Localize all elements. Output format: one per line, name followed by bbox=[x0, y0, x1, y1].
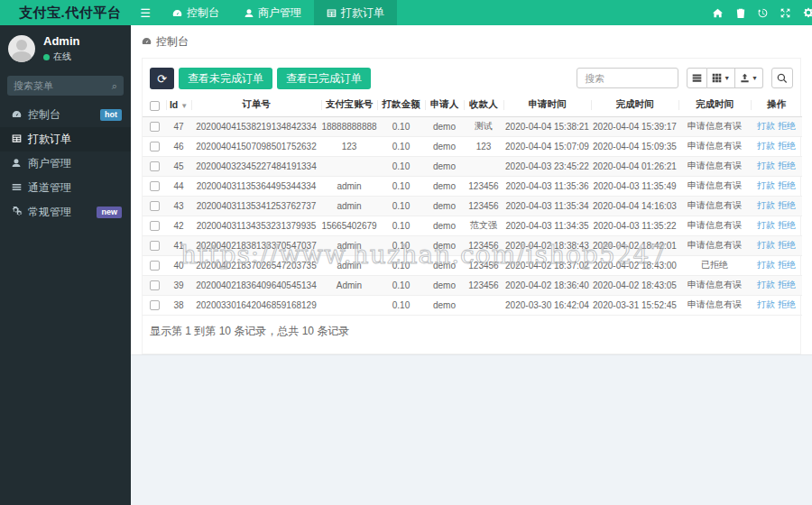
orders-table: Id ▼订单号支付宝账号打款金额申请人收款人申请时间完成时间完成时间操作 472… bbox=[143, 94, 802, 316]
sidebar-search[interactable]: ⌕ bbox=[7, 76, 124, 96]
view-unfinished-button[interactable]: 查看未完成订单 bbox=[179, 68, 272, 89]
app: 支付宝.代付平台 ☰ 控制台商户管理打款订单 Admin 在线 ⌕ 控制台hot… bbox=[0, 0, 812, 505]
sidebar-toggle-icon[interactable]: ☰ bbox=[131, 0, 160, 25]
pay-link[interactable]: 打款 bbox=[757, 280, 775, 289]
nav-item-2[interactable]: 打款订单 bbox=[314, 0, 397, 25]
toggle-view-icon[interactable] bbox=[687, 68, 707, 88]
user-panel: Admin 在线 bbox=[0, 25, 131, 70]
reject-link[interactable]: 拒绝 bbox=[778, 280, 796, 289]
nav-item-1[interactable]: 商户管理 bbox=[232, 0, 314, 25]
reject-link[interactable]: 拒绝 bbox=[778, 121, 796, 131]
row-checkbox[interactable] bbox=[150, 181, 160, 191]
sidebar-item-0[interactable]: 控制台hot bbox=[0, 103, 131, 127]
table-search-input[interactable] bbox=[577, 68, 678, 88]
row-checkbox[interactable] bbox=[150, 300, 160, 310]
dashboard-icon bbox=[172, 8, 182, 18]
reject-link[interactable]: 拒绝 bbox=[778, 240, 796, 250]
table-row: 43202004031135341253762737admin0.10demo1… bbox=[143, 196, 802, 216]
list-icon bbox=[12, 182, 28, 194]
col-header-4[interactable]: 申请人 bbox=[425, 94, 464, 116]
badge-hot: hot bbox=[100, 109, 122, 121]
search-button[interactable] bbox=[771, 68, 793, 88]
pay-link[interactable]: 打款 bbox=[757, 200, 775, 210]
table-tools: ▼ ▼ bbox=[577, 68, 793, 88]
table-row: 47202004041538219134842334188888888880.1… bbox=[143, 116, 802, 136]
col-header-0[interactable]: Id ▼ bbox=[166, 94, 191, 116]
sidebar-search-input[interactable] bbox=[14, 80, 112, 91]
table-row: 44202004031135364495344334admin0.10demo1… bbox=[143, 176, 802, 196]
select-all-checkbox[interactable] bbox=[150, 101, 160, 111]
user-icon bbox=[245, 8, 254, 18]
table-row: 382020033016420468591681290.10demo2020-0… bbox=[143, 295, 802, 315]
gear-icon[interactable] bbox=[797, 0, 812, 25]
content-area: 控制台 ⟳ 查看未完成订单 查看已完成订单 ▼ ▼ Id ▼订单号支付宝账号打款… bbox=[131, 25, 812, 354]
col-header-1[interactable]: 订单号 bbox=[191, 94, 321, 116]
reject-link[interactable]: 拒绝 bbox=[778, 141, 796, 151]
fullscreen-icon[interactable] bbox=[774, 0, 797, 25]
row-checkbox[interactable] bbox=[150, 261, 160, 271]
reject-link[interactable]: 拒绝 bbox=[778, 200, 796, 210]
row-checkbox[interactable] bbox=[150, 122, 160, 132]
row-checkbox[interactable] bbox=[150, 161, 160, 171]
col-header-7[interactable]: 完成时间 bbox=[591, 94, 678, 116]
user-icon bbox=[12, 158, 28, 170]
user-status: 在线 bbox=[43, 50, 79, 63]
breadcrumb: 控制台 bbox=[142, 34, 189, 50]
watermark: https://www.huzhan.com/ishop5247 bbox=[180, 240, 667, 270]
row-checkbox[interactable] bbox=[150, 280, 160, 290]
trash-icon[interactable] bbox=[729, 0, 752, 25]
reject-link[interactable]: 拒绝 bbox=[778, 220, 796, 230]
export-icon[interactable]: ▼ bbox=[735, 68, 763, 88]
sidebar-item-3[interactable]: 通道管理 bbox=[0, 176, 131, 200]
sidebar-item-1[interactable]: 打款订单 bbox=[0, 127, 131, 152]
pay-link[interactable]: 打款 bbox=[757, 240, 775, 250]
history-icon[interactable] bbox=[752, 0, 774, 25]
reject-link[interactable]: 拒绝 bbox=[778, 260, 796, 270]
search-icon[interactable]: ⌕ bbox=[112, 80, 117, 92]
pay-link[interactable]: 打款 bbox=[757, 260, 775, 270]
pay-link[interactable]: 打款 bbox=[757, 180, 775, 190]
user-name: Admin bbox=[43, 34, 79, 48]
pagination-info: 显示第 1 到第 10 条记录，总共 10 条记录 bbox=[150, 324, 349, 339]
nav-right-icons bbox=[706, 0, 812, 25]
view-finished-button[interactable]: 查看已完成订单 bbox=[277, 68, 371, 89]
pay-link[interactable]: 打款 bbox=[757, 220, 775, 230]
col-header-3[interactable]: 打款金额 bbox=[377, 94, 425, 116]
row-checkbox[interactable] bbox=[150, 241, 160, 251]
pay-link[interactable]: 打款 bbox=[757, 299, 775, 309]
row-checkbox[interactable] bbox=[150, 221, 160, 231]
pay-link[interactable]: 打款 bbox=[757, 121, 775, 131]
nav-item-0[interactable]: 控制台 bbox=[160, 0, 232, 25]
avatar bbox=[8, 35, 35, 62]
refresh-button[interactable]: ⟳ bbox=[150, 68, 174, 89]
sidebar-menu: 控制台hot打款订单商户管理通道管理常规管理new bbox=[0, 103, 131, 225]
sidebar: Admin 在线 ⌕ 控制台hot打款订单商户管理通道管理常规管理new bbox=[0, 25, 131, 505]
col-header-5[interactable]: 收款人 bbox=[464, 94, 503, 116]
sidebar-item-2[interactable]: 商户管理 bbox=[0, 152, 131, 176]
col-header-6[interactable]: 申请时间 bbox=[503, 94, 591, 116]
card-icon bbox=[327, 8, 337, 18]
top-navbar: 支付宝.代付平台 ☰ 控制台商户管理打款订单 bbox=[0, 0, 812, 25]
table-row: 452020040323452274841913340.10demo2020-0… bbox=[143, 156, 802, 176]
columns-icon[interactable]: ▼ bbox=[707, 68, 735, 88]
nav-menu: ☰ 控制台商户管理打款订单 bbox=[131, 0, 397, 25]
reject-link[interactable]: 拒绝 bbox=[778, 161, 796, 170]
table-row: 462020040415070985017526321230.10demo123… bbox=[143, 136, 802, 156]
sidebar-item-4[interactable]: 常规管理new bbox=[0, 200, 131, 225]
col-header-8[interactable]: 完成时间 bbox=[678, 94, 751, 116]
reject-link[interactable]: 拒绝 bbox=[778, 299, 796, 309]
pay-link[interactable]: 打款 bbox=[757, 161, 775, 170]
badge-new: new bbox=[97, 207, 122, 218]
col-header-9[interactable]: 操作 bbox=[751, 94, 802, 116]
row-checkbox[interactable] bbox=[150, 142, 160, 152]
table-row: 39202004021836409640545134Admin0.10demo1… bbox=[143, 275, 802, 295]
pay-link[interactable]: 打款 bbox=[757, 141, 775, 151]
col-header-2[interactable]: 支付宝账号 bbox=[321, 94, 377, 116]
table-body: 47202004041538219134842334188888888880.1… bbox=[143, 116, 802, 315]
home-icon[interactable] bbox=[706, 0, 729, 25]
content-footer-area bbox=[131, 354, 812, 505]
table-header-row: Id ▼订单号支付宝账号打款金额申请人收款人申请时间完成时间完成时间操作 bbox=[143, 94, 802, 116]
row-checkbox[interactable] bbox=[150, 201, 160, 211]
dashboard-icon bbox=[142, 36, 152, 48]
reject-link[interactable]: 拒绝 bbox=[778, 180, 796, 190]
